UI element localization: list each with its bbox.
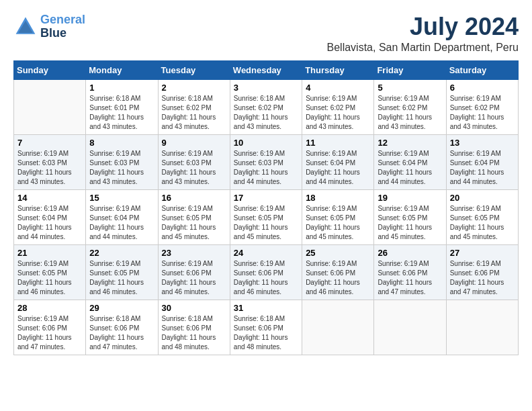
calendar-week-row: 14Sunrise: 6:19 AM Sunset: 6:04 PM Dayli… <box>14 189 519 244</box>
day-info: Sunrise: 6:19 AM Sunset: 6:06 PM Dayligh… <box>306 259 370 297</box>
day-info: Sunrise: 6:19 AM Sunset: 6:04 PM Dayligh… <box>89 204 154 242</box>
month-year-title: July 2024 <box>327 13 519 40</box>
calendar-table: SundayMondayTuesdayWednesdayThursdayFrid… <box>13 60 519 355</box>
day-number: 19 <box>378 193 442 203</box>
day-number: 14 <box>17 193 82 203</box>
calendar-day-cell: 24Sunrise: 6:19 AM Sunset: 6:06 PM Dayli… <box>230 244 302 300</box>
calendar-day-cell: 30Sunrise: 6:18 AM Sunset: 6:06 PM Dayli… <box>158 300 230 355</box>
weekday-header: Saturday <box>446 60 518 79</box>
day-number: 9 <box>162 138 226 148</box>
calendar-week-row: 28Sunrise: 6:19 AM Sunset: 6:06 PM Dayli… <box>14 300 519 355</box>
calendar-day-cell: 26Sunrise: 6:19 AM Sunset: 6:06 PM Dayli… <box>374 244 446 300</box>
calendar-day-cell <box>302 300 374 355</box>
day-number: 18 <box>306 193 370 203</box>
day-info: Sunrise: 6:18 AM Sunset: 6:02 PM Dayligh… <box>234 94 298 132</box>
day-number: 13 <box>450 138 515 148</box>
day-number: 28 <box>17 303 82 313</box>
day-number: 3 <box>234 83 298 93</box>
day-info: Sunrise: 6:19 AM Sunset: 6:03 PM Dayligh… <box>17 149 82 187</box>
logo-icon <box>13 15 38 39</box>
weekday-header: Sunday <box>14 60 86 79</box>
day-info: Sunrise: 6:19 AM Sunset: 6:02 PM Dayligh… <box>450 94 515 132</box>
day-number: 6 <box>450 83 515 93</box>
day-info: Sunrise: 6:19 AM Sunset: 6:05 PM Dayligh… <box>17 259 82 297</box>
day-info: Sunrise: 6:19 AM Sunset: 6:04 PM Dayligh… <box>306 149 370 187</box>
calendar-day-cell: 9Sunrise: 6:19 AM Sunset: 6:03 PM Daylig… <box>158 134 230 189</box>
day-info: Sunrise: 6:19 AM Sunset: 6:04 PM Dayligh… <box>17 204 82 242</box>
calendar-day-cell: 8Sunrise: 6:19 AM Sunset: 6:03 PM Daylig… <box>86 134 158 189</box>
day-info: Sunrise: 6:19 AM Sunset: 6:05 PM Dayligh… <box>378 204 442 242</box>
calendar-day-cell: 27Sunrise: 6:19 AM Sunset: 6:06 PM Dayli… <box>446 244 518 300</box>
calendar-day-cell: 21Sunrise: 6:19 AM Sunset: 6:05 PM Dayli… <box>14 244 86 300</box>
weekday-header: Friday <box>374 60 446 79</box>
weekday-header: Thursday <box>302 60 374 79</box>
day-info: Sunrise: 6:18 AM Sunset: 6:06 PM Dayligh… <box>162 314 226 352</box>
day-number: 24 <box>234 248 298 258</box>
day-info: Sunrise: 6:19 AM Sunset: 6:06 PM Dayligh… <box>450 259 515 297</box>
day-info: Sunrise: 6:19 AM Sunset: 6:04 PM Dayligh… <box>450 149 515 187</box>
day-info: Sunrise: 6:18 AM Sunset: 6:01 PM Dayligh… <box>89 94 154 132</box>
calendar-day-cell: 10Sunrise: 6:19 AM Sunset: 6:03 PM Dayli… <box>230 134 302 189</box>
calendar-day-cell: 15Sunrise: 6:19 AM Sunset: 6:04 PM Dayli… <box>86 189 158 244</box>
day-number: 8 <box>89 138 154 148</box>
calendar-day-cell <box>14 79 86 134</box>
title-area: July 2024 Bellavista, San Martin Departm… <box>327 13 519 54</box>
location-subtitle: Bellavista, San Martin Department, Peru <box>327 42 519 54</box>
calendar-day-cell: 6Sunrise: 6:19 AM Sunset: 6:02 PM Daylig… <box>446 79 518 134</box>
day-number: 12 <box>378 138 442 148</box>
calendar-day-cell: 22Sunrise: 6:19 AM Sunset: 6:05 PM Dayli… <box>86 244 158 300</box>
day-number: 25 <box>306 248 370 258</box>
calendar-day-cell: 5Sunrise: 6:19 AM Sunset: 6:02 PM Daylig… <box>374 79 446 134</box>
day-number: 22 <box>89 248 154 258</box>
calendar-week-row: 7Sunrise: 6:19 AM Sunset: 6:03 PM Daylig… <box>14 134 519 189</box>
day-info: Sunrise: 6:19 AM Sunset: 6:02 PM Dayligh… <box>378 94 442 132</box>
calendar-day-cell: 31Sunrise: 6:18 AM Sunset: 6:06 PM Dayli… <box>230 300 302 355</box>
day-number: 30 <box>162 303 226 313</box>
day-number: 11 <box>306 138 370 148</box>
day-info: Sunrise: 6:19 AM Sunset: 6:06 PM Dayligh… <box>378 259 442 297</box>
calendar-day-cell: 20Sunrise: 6:19 AM Sunset: 6:05 PM Dayli… <box>446 189 518 244</box>
day-number: 20 <box>450 193 515 203</box>
day-number: 26 <box>378 248 442 258</box>
calendar-day-cell: 25Sunrise: 6:19 AM Sunset: 6:06 PM Dayli… <box>302 244 374 300</box>
day-number: 27 <box>450 248 515 258</box>
day-info: Sunrise: 6:18 AM Sunset: 6:06 PM Dayligh… <box>89 314 154 352</box>
day-info: Sunrise: 6:19 AM Sunset: 6:04 PM Dayligh… <box>378 149 442 187</box>
calendar-day-cell: 7Sunrise: 6:19 AM Sunset: 6:03 PM Daylig… <box>14 134 86 189</box>
calendar-day-cell <box>374 300 446 355</box>
calendar-day-cell: 28Sunrise: 6:19 AM Sunset: 6:06 PM Dayli… <box>14 300 86 355</box>
calendar-day-cell: 16Sunrise: 6:19 AM Sunset: 6:05 PM Dayli… <box>158 189 230 244</box>
calendar-day-cell: 12Sunrise: 6:19 AM Sunset: 6:04 PM Dayli… <box>374 134 446 189</box>
day-info: Sunrise: 6:19 AM Sunset: 6:05 PM Dayligh… <box>162 204 226 242</box>
calendar-day-cell: 23Sunrise: 6:19 AM Sunset: 6:06 PM Dayli… <box>158 244 230 300</box>
calendar-day-cell: 2Sunrise: 6:18 AM Sunset: 6:02 PM Daylig… <box>158 79 230 134</box>
day-number: 23 <box>162 248 226 258</box>
day-info: Sunrise: 6:19 AM Sunset: 6:05 PM Dayligh… <box>306 204 370 242</box>
day-number: 2 <box>162 83 226 93</box>
day-info: Sunrise: 6:19 AM Sunset: 6:06 PM Dayligh… <box>162 259 226 297</box>
day-number: 29 <box>89 303 154 313</box>
calendar-day-cell: 4Sunrise: 6:19 AM Sunset: 6:02 PM Daylig… <box>302 79 374 134</box>
calendar-day-cell: 29Sunrise: 6:18 AM Sunset: 6:06 PM Dayli… <box>86 300 158 355</box>
day-info: Sunrise: 6:19 AM Sunset: 6:06 PM Dayligh… <box>17 314 82 352</box>
calendar-day-cell: 3Sunrise: 6:18 AM Sunset: 6:02 PM Daylig… <box>230 79 302 134</box>
day-number: 17 <box>234 193 298 203</box>
calendar-week-row: 21Sunrise: 6:19 AM Sunset: 6:05 PM Dayli… <box>14 244 519 300</box>
day-number: 10 <box>234 138 298 148</box>
logo: General Blue <box>13 13 85 40</box>
day-info: Sunrise: 6:18 AM Sunset: 6:06 PM Dayligh… <box>234 314 298 352</box>
day-info: Sunrise: 6:19 AM Sunset: 6:03 PM Dayligh… <box>89 149 154 187</box>
weekday-header: Monday <box>86 60 158 79</box>
calendar-day-cell: 18Sunrise: 6:19 AM Sunset: 6:05 PM Dayli… <box>302 189 374 244</box>
weekday-header: Tuesday <box>158 60 230 79</box>
calendar-day-cell: 17Sunrise: 6:19 AM Sunset: 6:05 PM Dayli… <box>230 189 302 244</box>
day-info: Sunrise: 6:19 AM Sunset: 6:05 PM Dayligh… <box>234 204 298 242</box>
logo-text: General Blue <box>40 13 85 40</box>
day-info: Sunrise: 6:19 AM Sunset: 6:05 PM Dayligh… <box>450 204 515 242</box>
day-number: 15 <box>89 193 154 203</box>
day-number: 5 <box>378 83 442 93</box>
day-info: Sunrise: 6:19 AM Sunset: 6:03 PM Dayligh… <box>234 149 298 187</box>
day-info: Sunrise: 6:18 AM Sunset: 6:02 PM Dayligh… <box>162 94 226 132</box>
day-info: Sunrise: 6:19 AM Sunset: 6:05 PM Dayligh… <box>89 259 154 297</box>
calendar-day-cell: 14Sunrise: 6:19 AM Sunset: 6:04 PM Dayli… <box>14 189 86 244</box>
